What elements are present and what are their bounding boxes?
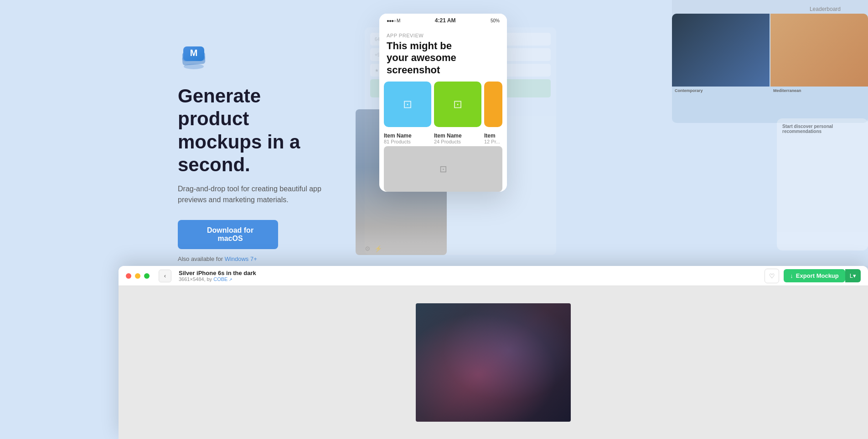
phone-mockup: ●●●○ M 4:21 AM 50% APP PREVIEW This migh… — [379, 14, 507, 192]
phone-item-name-1: Item Name — [384, 133, 431, 139]
window-back-button[interactable]: ‹ — [159, 270, 171, 282]
phone-grid-item-green: ⊡ — [434, 82, 481, 127]
bg-card-mediterranean-label: Mediterranean — [770, 87, 868, 95]
phone-item-labels: Item Name 81 Products Item Name 24 Produ… — [379, 133, 507, 146]
phone-grid-item-blue: ⊡ — [384, 82, 431, 127]
logo-svg: M — [178, 38, 210, 70]
leaderboard-label: Leaderboard — [810, 6, 841, 12]
phone-preview-label: APP PREVIEW — [379, 27, 507, 40]
traffic-light-red[interactable] — [126, 273, 131, 279]
phone-item-count-3: 12 Pr... — [484, 139, 502, 144]
windows-link[interactable]: Windows 7+ — [225, 255, 257, 262]
export-dropdown-button[interactable]: L ▾ — [845, 269, 861, 282]
traffic-light-green[interactable] — [144, 273, 150, 279]
external-link-icon: ↗ — [229, 277, 232, 282]
phone-grid-item-yellow — [484, 82, 502, 127]
phone-item-count-1: 81 Products — [384, 139, 431, 144]
app-window: ‹ Silver iPhone 6s in the dark 3661×5484… — [119, 266, 868, 439]
lightning-icon: ⚡ — [374, 245, 382, 252]
hero-section: M Generate product mockups in a second. … — [0, 0, 356, 264]
chevron-down-icon: ▾ — [853, 272, 856, 279]
phone-item-count-2: 24 Products — [434, 139, 481, 144]
traffic-light-yellow[interactable] — [135, 273, 140, 279]
export-button-group: ↓ Export Mockup L ▾ — [784, 269, 861, 282]
phone-item-name-2: Item Name — [434, 133, 481, 139]
also-available-text: Also available for Windows 7+ — [178, 255, 356, 262]
bg-right-card2: Start discover personal recommendations — [777, 118, 868, 250]
export-button-label: Export Mockup — [796, 272, 839, 279]
window-actions: ♡ ↓ Export Mockup L ▾ — [765, 269, 861, 283]
hero-title: Generate product mockups in a second. — [178, 85, 333, 177]
phone-item-name-3: Item — [484, 133, 502, 139]
svg-text:M: M — [190, 48, 198, 58]
bg-gear-area: ⚙ ⚡ — [365, 245, 382, 252]
window-content — [119, 286, 868, 439]
bg-card-contemporary: Contemporary — [672, 14, 770, 123]
phone-item-info-1: Item Name 81 Products — [384, 133, 431, 144]
back-arrow-icon: ‹ — [164, 272, 166, 279]
heart-button[interactable]: ♡ — [765, 269, 779, 283]
download-arrow-icon: ↓ — [790, 272, 793, 279]
app-window-titlebar: ‹ Silver iPhone 6s in the dark 3661×5484… — [119, 266, 868, 286]
download-button-label: Download for macOS — [195, 226, 265, 243]
dropdown-label: L — [850, 272, 853, 279]
phone-grid: ⊡ ⊡ — [379, 82, 507, 133]
image-icon-blue: ⊡ — [403, 98, 412, 111]
phone-time: 4:21 AM — [435, 17, 456, 24]
bg-card-img2 — [770, 14, 868, 87]
heart-icon: ♡ — [769, 272, 775, 280]
window-file-meta: 3661×5484, by COBE ↗ — [179, 276, 761, 282]
phone-item-info-2: Item Name 24 Products — [434, 133, 481, 144]
bg-right-card2-title: Start discover personal recommendations — [782, 124, 863, 134]
placeholder-icon: ⊡ — [439, 163, 447, 174]
bg-card-mediterranean: Mediterranean — [770, 14, 868, 123]
phone-signal: ●●●○ M — [387, 18, 400, 23]
export-mockup-button[interactable]: ↓ Export Mockup — [784, 269, 845, 282]
file-author-link[interactable]: COBE ↗ — [213, 276, 232, 282]
bg-card-img1 — [672, 14, 770, 87]
file-dimensions: 3661×5484 — [179, 276, 204, 282]
window-file-info: Silver iPhone 6s in the dark 3661×5484, … — [179, 270, 761, 282]
hero-subtitle: Drag-and-drop tool for creating beautifu… — [178, 184, 324, 205]
download-macos-button[interactable]: Download for macOS — [178, 220, 278, 249]
phone-image-placeholder: ⊡ — [384, 146, 502, 192]
mockup-image-overlay — [416, 303, 571, 422]
bg-top-right-cards: Contemporary Mediterranean — [672, 14, 868, 123]
phone-status-bar: ●●●○ M 4:21 AM 50% — [379, 14, 507, 27]
phone-battery: 50% — [491, 18, 500, 23]
window-file-name: Silver iPhone 6s in the dark — [179, 270, 761, 276]
mockup-preview-image — [416, 303, 571, 422]
gear-icon: ⚙ — [365, 245, 371, 252]
phone-app-title: This might be your awesome screenshot — [379, 40, 507, 82]
app-logo: M — [178, 38, 356, 72]
bg-card-contemporary-label: Contemporary — [672, 87, 770, 95]
phone-item-info-3: Item 12 Pr... — [484, 133, 502, 144]
image-icon-green: ⊡ — [453, 98, 462, 111]
